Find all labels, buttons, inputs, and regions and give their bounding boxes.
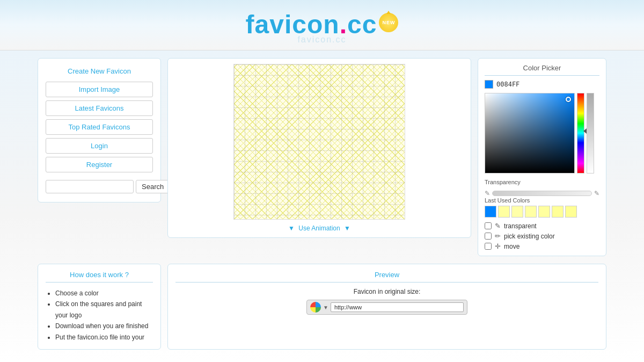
color-picker-area[interactable]	[485, 93, 599, 173]
transparency-row: Transparency	[485, 179, 599, 185]
how-step-2: Click on the squares and paint your logo	[55, 299, 153, 321]
color-alpha-bar[interactable]	[587, 93, 594, 173]
login-button[interactable]: Login	[46, 138, 153, 154]
arrow-down-icon: ▼	[288, 225, 295, 232]
move-checkbox[interactable]	[485, 243, 492, 250]
transparent-checkbox[interactable]	[485, 222, 492, 229]
header: favicon.ccNEW favicon.cc	[0, 0, 644, 50]
register-button[interactable]: Register	[46, 157, 153, 172]
import-image-button[interactable]: Import Image	[46, 82, 153, 97]
swatch-yellow-5[interactable]	[552, 206, 564, 218]
browser-url: http://www	[331, 302, 464, 312]
swatch-yellow-1[interactable]	[498, 206, 510, 218]
browser-icon	[310, 302, 321, 313]
arrow-down-icon-2: ▼	[344, 225, 350, 232]
browser-arrow-icon: ▼	[323, 305, 328, 310]
how-list: Choose a color Click on the squares and …	[46, 288, 153, 343]
search-button[interactable]: Search	[136, 180, 170, 193]
transparent-icon: ✎	[495, 222, 501, 230]
color-swatch-current[interactable]	[485, 80, 493, 89]
last-colors-row: Last Used Colors	[485, 197, 599, 218]
color-hue-bar[interactable]	[577, 93, 584, 173]
color-cursor	[566, 97, 571, 102]
color-swatches	[485, 206, 599, 218]
preview-box: Preview Favicon in original size: ▼ http…	[167, 264, 606, 350]
transparency-left-icon: ✎	[485, 190, 490, 197]
transparency-track[interactable]	[492, 191, 592, 196]
nav-panel: Create New Favicon Import Image Latest F…	[38, 58, 161, 202]
search-row: Search	[46, 180, 153, 193]
logo-badge: NEW	[379, 13, 398, 32]
swatch-blue[interactable]	[485, 206, 496, 218]
swatch-yellow-3[interactable]	[525, 206, 537, 218]
canvas-panel: ▼ Use Animation ▼	[167, 58, 471, 256]
color-hex-value: 0084FF	[496, 81, 519, 88]
animation-label: Use Animation	[298, 225, 340, 232]
swatch-yellow-6[interactable]	[565, 206, 577, 218]
color-hex-row: 0084FF	[485, 80, 599, 89]
top-rated-button[interactable]: Top Rated Favicons	[46, 119, 153, 135]
how-step-1: Choose a color	[55, 288, 153, 299]
last-colors-label: Last Used Colors	[485, 197, 599, 204]
hue-arrow	[583, 128, 587, 134]
pick-color-checkbox[interactable]	[485, 233, 492, 240]
move-label: move	[504, 243, 519, 250]
color-picker-title: Color Picker	[485, 64, 599, 76]
transparency-slider-container[interactable]: ✎ ✎	[485, 190, 599, 197]
bottom-content: How does it work ? Choose a color Click …	[27, 264, 617, 357]
how-title: How does it work ?	[46, 271, 153, 283]
left-panel: Create New Favicon Import Image Latest F…	[38, 58, 161, 256]
main-content: Create New Favicon Import Image Latest F…	[27, 50, 617, 264]
how-box: How does it work ? Choose a color Click …	[38, 264, 161, 350]
favicon-grid[interactable]	[233, 64, 405, 220]
transparency-label: Transparency	[485, 179, 521, 185]
preview-title: Preview	[175, 271, 598, 283]
transparent-label: transparent	[504, 222, 537, 230]
canvas-box: ▼ Use Animation ▼	[167, 58, 471, 238]
how-step-3: Download when you are finished	[55, 321, 153, 331]
color-panel: Color Picker 0084FF Transparency ✎	[478, 58, 606, 256]
pick-label: pick existing color	[504, 233, 555, 240]
color-gradient-box[interactable]	[485, 93, 575, 173]
browser-bar: ▼ http://www	[306, 300, 467, 315]
how-step-4: Put the favicon.ico file into your	[55, 332, 153, 343]
move-icon: ✛	[495, 242, 501, 250]
swatch-yellow-4[interactable]	[538, 206, 550, 218]
preview-label: Favicon in original size:	[175, 288, 598, 295]
nav-panel-title: Create New Favicon	[46, 67, 153, 75]
move-option[interactable]: ✛ move	[485, 242, 599, 250]
color-box: Color Picker 0084FF Transparency ✎	[478, 58, 606, 256]
swatch-yellow-2[interactable]	[511, 206, 523, 218]
pick-color-option[interactable]: ✏ pick existing color	[485, 232, 599, 240]
transparency-right-icon: ✎	[594, 190, 599, 197]
transparent-option[interactable]: ✎ transparent	[485, 222, 599, 230]
animation-bar[interactable]: ▼ Use Animation ▼	[173, 225, 465, 232]
logo-reflection: favicon.cc	[0, 35, 644, 45]
latest-favicons-button[interactable]: Latest Favicons	[46, 100, 153, 116]
checkbox-options: ✎ transparent ✏ pick existing color ✛ mo…	[485, 222, 599, 250]
search-input[interactable]	[46, 180, 134, 193]
pick-icon: ✏	[495, 232, 501, 240]
